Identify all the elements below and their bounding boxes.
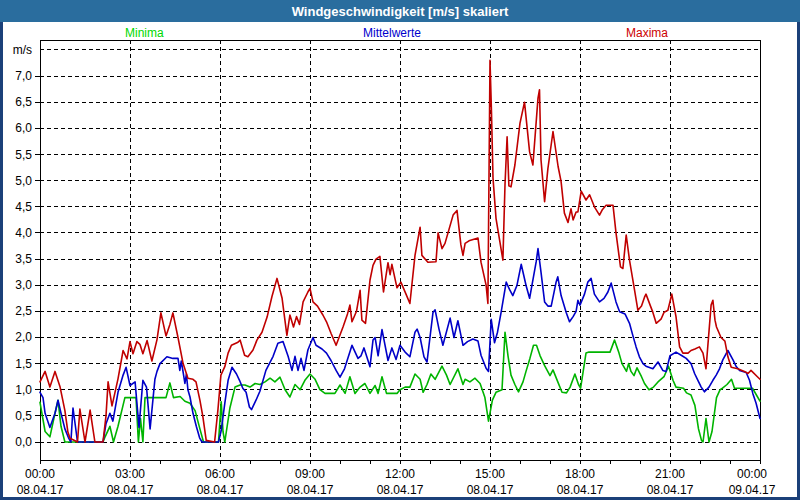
- svg-text:18:00: 18:00: [565, 467, 595, 481]
- svg-text:7,0: 7,0: [15, 69, 32, 83]
- legend-minima: Minima: [125, 26, 164, 40]
- svg-text:09:00: 09:00: [295, 467, 325, 481]
- svg-text:08.04.17: 08.04.17: [377, 483, 424, 497]
- svg-text:2,0: 2,0: [15, 330, 32, 344]
- svg-text:5,5: 5,5: [15, 148, 32, 162]
- legend-mittelwerte: Mittelwerte: [363, 26, 421, 40]
- svg-text:12:00: 12:00: [385, 467, 415, 481]
- svg-text:21:00: 21:00: [655, 467, 685, 481]
- app-window: { "window": { "title": "Windgeschwindigk…: [0, 0, 800, 500]
- title-bar: Windgeschwindigkeit [m/s] skaliert: [0, 0, 800, 22]
- svg-text:5,0: 5,0: [15, 174, 32, 188]
- svg-text:15:00: 15:00: [475, 467, 505, 481]
- svg-text:08.04.17: 08.04.17: [107, 483, 154, 497]
- svg-text:6,0: 6,0: [15, 121, 32, 135]
- y-axis-labels: 0,00,51,01,52,02,53,03,54,04,55,05,56,06…: [13, 43, 33, 449]
- svg-text:0,5: 0,5: [15, 409, 32, 423]
- svg-text:4,5: 4,5: [15, 200, 32, 214]
- svg-text:08.04.17: 08.04.17: [647, 483, 694, 497]
- svg-text:4,0: 4,0: [15, 226, 32, 240]
- svg-text:03:00: 03:00: [115, 467, 145, 481]
- svg-text:08.04.17: 08.04.17: [17, 483, 64, 497]
- svg-text:00:00: 00:00: [737, 467, 767, 481]
- svg-text:1,5: 1,5: [15, 357, 32, 371]
- svg-text:6,5: 6,5: [15, 95, 32, 109]
- axis-ticks: [35, 76, 760, 464]
- svg-text:2,5: 2,5: [15, 304, 32, 318]
- legend-maxima: Maxima: [626, 26, 668, 40]
- x-axis-labels: 00:0008.04.1703:0008.04.1706:0008.04.170…: [17, 467, 776, 497]
- svg-text:0,0: 0,0: [15, 435, 32, 449]
- page-title: Windgeschwindigkeit [m/s] skaliert: [292, 4, 509, 19]
- svg-text:08.04.17: 08.04.17: [467, 483, 514, 497]
- svg-text:08.04.17: 08.04.17: [197, 483, 244, 497]
- svg-text:08.04.17: 08.04.17: [287, 483, 334, 497]
- wind-speed-chart: 0,00,51,01,52,02,53,03,54,04,55,05,56,06…: [0, 0, 800, 500]
- svg-text:3,5: 3,5: [15, 252, 32, 266]
- svg-text:1,0: 1,0: [15, 383, 32, 397]
- svg-text:06:00: 06:00: [205, 467, 235, 481]
- svg-text:09.04.17: 09.04.17: [729, 483, 776, 497]
- svg-text:m/s: m/s: [13, 43, 32, 57]
- svg-text:00:00: 00:00: [25, 467, 55, 481]
- svg-text:3,0: 3,0: [15, 278, 32, 292]
- svg-text:08.04.17: 08.04.17: [557, 483, 604, 497]
